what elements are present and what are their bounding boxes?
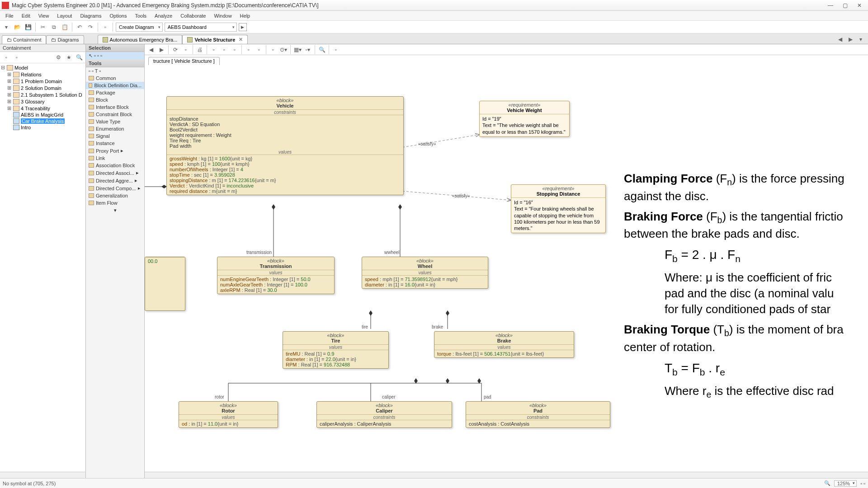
print-icon[interactable]: 🖨 [195, 45, 204, 54]
diagram-breadcrumb[interactable]: tructure [ Vehicle Structure ] [148, 57, 220, 65]
menu-window[interactable]: Window [210, 12, 235, 19]
copy-icon[interactable]: ⧉ [49, 23, 58, 32]
menu-options[interactable]: Options [106, 12, 130, 19]
open-icon[interactable]: 📂 [13, 23, 22, 32]
close-tab-icon[interactable]: ✕ [239, 37, 243, 42]
palette-dircompo[interactable]: Directed Compo... ▸ [86, 184, 144, 192]
palette-pointer[interactable]: ↖ ▫ ▫ ▫ [86, 52, 144, 60]
nav-menu-icon[interactable]: ▾ [856, 35, 865, 44]
palette-valuetype[interactable]: Value Type [86, 118, 144, 125]
palette-constraint[interactable]: Constraint Block [86, 111, 144, 118]
palette-link[interactable]: Link [86, 155, 144, 162]
menu-collaborate[interactable]: Collaborate [177, 12, 209, 19]
palette-itemflow[interactable]: Item Flow [86, 199, 144, 206]
palette-instance[interactable]: Instance [86, 140, 144, 147]
expand-icon[interactable]: ▫ [12, 53, 21, 62]
palette-tool-icons[interactable]: ▫ ▫ T ▫ [86, 67, 144, 75]
block-rotor[interactable]: «block»Rotor values od : in [1] = 11.0{u… [179, 401, 278, 428]
zoom-dropdown[interactable]: 125% [834, 480, 857, 487]
diagram-icon[interactable]: ▫ [101, 23, 110, 32]
palette-signal[interactable]: Signal [86, 132, 144, 140]
block-brake[interactable]: «block»Brake values torque : lbs-feet [1… [434, 331, 574, 358]
dashboard-dropdown[interactable]: AEBS Dashboard [165, 23, 237, 32]
redo-icon[interactable]: ↷ [86, 23, 95, 32]
menu-edit[interactable]: Edit [18, 12, 34, 19]
tree-model[interactable]: Model [14, 65, 28, 70]
search-icon[interactable]: 🔍 [75, 53, 84, 62]
tab-diagrams[interactable]: 🗀 Diagrams [46, 35, 84, 44]
block-caliper[interactable]: «block»Caliper constraints caliperAnalys… [316, 401, 452, 428]
block-vehicle[interactable]: «block»Vehicle constraints stopDistance … [166, 96, 404, 195]
toolopt2-icon[interactable]: ▫ [220, 45, 229, 54]
canvas-hscroll[interactable] [145, 472, 868, 478]
run-button[interactable]: ▶ [239, 23, 247, 31]
tree-aebs[interactable]: AEBS in MagicGrid [21, 112, 63, 117]
palette-assocblock[interactable]: Association Block [86, 162, 144, 169]
minimize-button[interactable]: — [824, 1, 837, 9]
req-vehicle-weight[interactable]: «requirement»Vehicle Weight Id = "19"Tex… [479, 101, 570, 137]
new-icon[interactable]: ▾ [2, 23, 11, 32]
diagram-canvas[interactable]: 00.0 «block»Vehicle constraints stopDist… [145, 67, 868, 472]
more-icon[interactable]: ▫ [269, 45, 278, 54]
menu-diagrams[interactable]: Diagrams [76, 12, 105, 19]
block-pad[interactable]: «block»Pad constraints costAnalysis : Co… [466, 401, 610, 428]
menu-layout[interactable]: Layout [53, 12, 75, 19]
palette-block[interactable]: Block [86, 96, 144, 103]
doctab-aeb[interactable]: Autonomous Emergency Bra... [98, 35, 183, 44]
layout-icon[interactable]: ▫ [244, 45, 253, 54]
refresh-icon[interactable]: ⟳ [171, 45, 180, 54]
palette-diraggre[interactable]: Directed Aggre... ▸ [86, 177, 144, 184]
palette-dirassoc[interactable]: Directed Associ... ▸ [86, 169, 144, 177]
favorite-icon[interactable]: ★ [64, 53, 73, 62]
extra-icon[interactable]: ▫ [331, 45, 340, 54]
tree-hscroll[interactable] [0, 472, 85, 478]
tree-solution[interactable]: 2 Solution Domain [21, 85, 61, 91]
menu-tools[interactable]: Tools [131, 12, 150, 19]
tree-relations[interactable]: Relations [21, 72, 42, 77]
create-diagram-dropdown[interactable]: Create Diagram [116, 23, 163, 32]
undo-icon[interactable]: ↶ [75, 23, 84, 32]
menu-help[interactable]: Help [236, 12, 254, 19]
block-tire[interactable]: «block»Tire values tireMU : Real [1] = 0… [283, 331, 389, 369]
collapse-icon[interactable]: ▫ [2, 53, 11, 62]
save-icon[interactable]: 💾 [24, 23, 33, 32]
doctab-vehicle-structure[interactable]: Vehicle Structure✕ [182, 35, 248, 44]
palette-enum[interactable]: Enumeration [86, 125, 144, 132]
menu-view[interactable]: View [35, 12, 53, 19]
req-stopping-distance[interactable]: «requirement»Stopping Distance Id = "16"… [511, 184, 606, 233]
toolopt-icon[interactable]: ▫ [209, 45, 218, 54]
close-button[interactable]: ✕ [853, 1, 866, 9]
more2-icon[interactable]: ⊙▾ [279, 45, 288, 54]
tree-traceability[interactable]: 4 Traceability [21, 106, 50, 111]
snap-icon[interactable]: ▫▾ [303, 45, 312, 54]
filter-icon[interactable]: ⚙ [54, 53, 63, 62]
menu-file[interactable]: File [2, 12, 17, 19]
palette-generalization[interactable]: Generalization [86, 192, 144, 199]
nav-left-icon[interactable]: ◀ [146, 45, 156, 54]
nav-right-icon[interactable]: ▶ [157, 45, 166, 54]
layout2-icon[interactable]: ▫ [255, 45, 264, 54]
tree-car-brake[interactable]: Car Brake Analysis [21, 118, 65, 124]
block-transmission[interactable]: «block»Transmission values numEngineGear… [217, 257, 335, 294]
palette-more[interactable]: ▾ [86, 206, 144, 214]
maximize-button[interactable]: ▢ [838, 1, 852, 9]
palette-common[interactable]: Common [86, 75, 144, 82]
tree-glossary[interactable]: 3 Glossary [21, 99, 45, 104]
find-icon[interactable]: 🔍 [317, 45, 326, 54]
nav-fwd-icon[interactable]: ▶ [846, 35, 855, 44]
grid-icon[interactable]: ▦▾ [293, 45, 302, 54]
palette-bdd[interactable]: Block Definition Dia... [86, 82, 144, 89]
nav-back-icon[interactable]: ◀ [835, 35, 844, 44]
menu-analyze[interactable]: Analyze [151, 12, 176, 19]
paste-icon[interactable]: 📋 [60, 23, 69, 32]
tree-subsystem[interactable]: 2.1 Subsystem 1 Solution D [21, 92, 82, 98]
block-partial[interactable]: 00.0 [145, 257, 185, 311]
toolopt3-icon[interactable]: ▫ [230, 45, 239, 54]
palette-proxyport[interactable]: Proxy Port ▸ [86, 147, 144, 155]
cut-icon[interactable]: ✂ [38, 23, 47, 32]
palette-package[interactable]: Package [86, 89, 144, 96]
select-icon[interactable]: ▫ [181, 45, 190, 54]
tree-problem[interactable]: 1 Problem Domain [21, 79, 62, 84]
tab-containment[interactable]: 🗀 Containment [2, 35, 46, 44]
model-tree[interactable]: ⊟Model ⊞Relations ⊞1 Problem Domain ⊞2 S… [0, 63, 85, 472]
